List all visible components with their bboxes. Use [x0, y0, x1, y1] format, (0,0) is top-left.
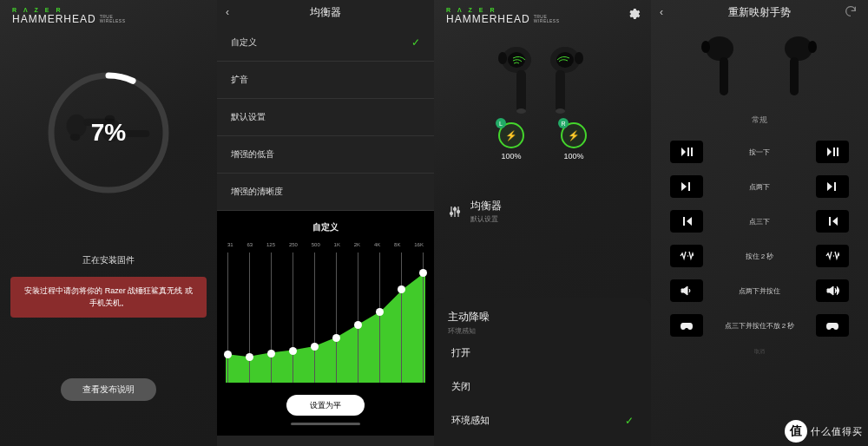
right-earbud-icon — [785, 35, 819, 99]
next-track-button[interactable] — [670, 175, 703, 198]
battery-right-value: 100% — [563, 152, 583, 161]
status-text: 正在安装固件 — [0, 254, 217, 266]
eq-option[interactable]: 自定义✓ — [217, 24, 434, 62]
gesture-label: 点三下 — [703, 217, 816, 226]
eq-knob[interactable] — [267, 350, 275, 357]
next-track-button[interactable] — [816, 175, 849, 198]
game-mode-button[interactable] — [670, 314, 703, 337]
svg-point-23 — [457, 210, 460, 213]
gesture-row: 点两下 — [651, 169, 868, 204]
eq-band-slider[interactable] — [423, 253, 424, 383]
gesture-label: 按一下 — [703, 148, 816, 157]
header: ‹ 均衡器 — [217, 0, 434, 24]
tab-label[interactable]: 常规 — [651, 115, 868, 126]
watermark-text: 什么值得买 — [811, 425, 863, 438]
play-pause-button[interactable] — [670, 141, 703, 163]
gesture-row: 点三下 — [651, 204, 868, 239]
home-indicator — [291, 423, 360, 425]
eq-knob[interactable] — [246, 353, 253, 361]
eq-knob[interactable] — [311, 343, 319, 351]
refresh-icon[interactable] — [844, 4, 858, 21]
eq-knob[interactable] — [224, 351, 232, 358]
anc-sheet: 主动降噪 环境感知 打开关闭环境感知✓ — [434, 298, 651, 446]
game-mode-button[interactable] — [816, 314, 849, 337]
eq-chart-area: 自定义 31631252505001K2K4K8K16K 设置为平 — [217, 211, 434, 436]
eq-band-slider[interactable] — [271, 253, 272, 383]
gesture-row: 点三下并按住不放 2 秒 — [651, 308, 868, 343]
vol-up-button[interactable] — [816, 279, 849, 302]
eq-knob[interactable] — [354, 321, 362, 329]
eq-subtitle: 自定义 — [226, 221, 425, 233]
header-title: 均衡器 — [310, 5, 341, 20]
back-icon[interactable]: ‹ — [660, 6, 663, 18]
equalizer-screen: ‹ 均衡器 自定义✓扩音默认设置增强的低音增强的清晰度 自定义 31631252… — [217, 0, 434, 446]
gear-icon[interactable] — [627, 7, 641, 24]
prev-track-button[interactable] — [670, 210, 703, 233]
back-icon[interactable]: ‹ — [226, 6, 229, 18]
eq-band-slider[interactable] — [401, 253, 402, 383]
gesture-row: 点两下并按住 — [651, 273, 868, 308]
anc-option[interactable]: 打开 — [448, 336, 637, 370]
earbuds-visual — [434, 44, 651, 115]
eq-section-title: 均衡器 — [470, 199, 502, 213]
watermark: 值 什么值得买 — [785, 420, 863, 443]
progress-percent: 7% — [39, 63, 178, 202]
prev-track-button[interactable] — [816, 210, 849, 233]
firmware-update-screen: R Λ Z E R HAMMERHEAD TRUE WIRELESS 7% 正在… — [0, 0, 217, 446]
release-notes-button[interactable]: 查看发布说明 — [61, 378, 156, 401]
eq-band-slider[interactable] — [358, 253, 358, 383]
gesture-label: 点两下并按住 — [703, 286, 816, 296]
play-pause-button[interactable] — [816, 141, 849, 163]
svg-point-22 — [454, 207, 457, 210]
warning-banner: 安装过程中请勿将你的 Razer 战锤狂鲨真无线 或手机关机。 — [10, 277, 207, 318]
eq-band-slider[interactable] — [314, 253, 315, 383]
eq-option[interactable]: 增强的低音 — [217, 136, 434, 174]
anc-option[interactable]: 环境感知✓ — [448, 403, 637, 437]
gesture-remap-screen: ‹ 重新映射手势 常规 按一下 点两下 点三下 按住 2 秒 点两下并按住 点三… — [651, 0, 868, 446]
watermark-icon: 值 — [785, 420, 807, 443]
eq-frequency-labels: 31631252505001K2K4K8K16K — [226, 242, 425, 247]
eq-section[interactable]: 均衡器 默认设置 — [434, 190, 651, 233]
eq-knob[interactable] — [289, 347, 297, 355]
gesture-label: 点两下 — [703, 182, 816, 192]
brand-name: R Λ Z E R — [12, 7, 205, 13]
eq-option[interactable]: 增强的清晰度 — [217, 174, 434, 211]
check-icon: ✓ — [625, 415, 634, 427]
vol-down-button[interactable] — [670, 279, 703, 302]
eq-knob[interactable] — [419, 269, 427, 277]
anc-option[interactable]: 关闭 — [448, 370, 637, 403]
anc-subtitle: 环境感知 — [448, 326, 637, 336]
eq-section-subtitle: 默认设置 — [470, 214, 502, 224]
anc-toggle-button[interactable] — [816, 245, 849, 267]
eq-knob[interactable] — [398, 285, 405, 293]
sliders-icon — [448, 206, 462, 218]
eq-option[interactable]: 扩音 — [217, 62, 434, 99]
earbuds-visual — [651, 24, 868, 99]
header-title: 重新映射手势 — [728, 5, 791, 20]
bolt-icon: ⚡ — [505, 130, 517, 141]
reset-eq-button[interactable]: 设置为平 — [286, 395, 365, 416]
anc-toggle-button[interactable] — [670, 245, 703, 267]
gesture-label: 点三下并按住不放 2 秒 — [703, 321, 816, 331]
eq-knob[interactable] — [332, 334, 340, 342]
bolt-icon: ⚡ — [568, 130, 580, 141]
battery-right: R⚡ 100% — [561, 122, 587, 161]
right-earbud-icon — [549, 44, 588, 115]
eq-knob[interactable] — [376, 308, 384, 316]
eq-chart[interactable] — [226, 253, 425, 383]
eq-band-slider[interactable] — [379, 253, 380, 383]
left-earbud-icon — [700, 35, 735, 99]
eq-option[interactable]: 默认设置 — [217, 99, 434, 136]
footer-text[interactable]: 取消 — [651, 348, 868, 356]
gesture-row: 按住 2 秒 — [651, 239, 868, 273]
eq-band-slider[interactable] — [249, 253, 250, 383]
eq-band-slider[interactable] — [336, 253, 337, 383]
main-screen: R Λ Z E R HAMMERHEAD TRUE WIRELESS L⚡ 10… — [434, 0, 651, 446]
eq-band-slider[interactable] — [227, 253, 228, 383]
header: ‹ 重新映射手势 — [651, 0, 868, 24]
svg-point-21 — [450, 212, 453, 214]
battery-left: L⚡ 100% — [498, 122, 524, 161]
battery-row: L⚡ 100% R⚡ 100% — [434, 122, 651, 161]
eq-band-slider[interactable] — [293, 253, 293, 383]
battery-left-value: 100% — [501, 152, 521, 161]
